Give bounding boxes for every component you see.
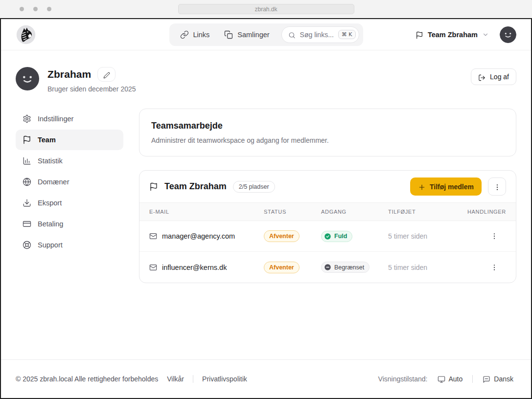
sidebar-item-label: Indstillinger — [38, 115, 73, 123]
member-email: influencer@kerns.dk — [162, 264, 227, 271]
sidebar-item-label: Team — [38, 136, 56, 144]
copyright-text: © 2025 zbrah.local Alle rettigheder forb… — [16, 375, 158, 383]
privacy-link[interactable]: Privatlivspolitik — [202, 375, 247, 383]
intro-card-description: Administrer dit teamworkspace og adgang … — [151, 136, 504, 144]
monitor-icon — [438, 375, 445, 383]
user-avatar[interactable] — [500, 26, 516, 43]
address-bar-url: zbrah.dk — [254, 6, 277, 13]
team-card-menu-button[interactable] — [488, 177, 506, 196]
col-header-status: STATUS — [264, 209, 321, 215]
kebab-menu-icon — [493, 183, 501, 191]
col-header-added: TILFØJET — [388, 209, 463, 215]
sidebar-nav: Indstillinger Team Statistik Domæner Eks… — [16, 109, 123, 255]
footer-left: © 2025 zbrah.local Alle rettigheder forb… — [16, 375, 247, 383]
logout-icon — [478, 73, 486, 81]
access-label: Fuld — [334, 233, 347, 240]
search-shortcut-badge: ⌘ K — [338, 30, 356, 39]
search-icon — [288, 31, 296, 38]
flag-icon — [149, 182, 158, 191]
content-area: Indstillinger Team Statistik Domæner Eks… — [1, 93, 531, 359]
team-card-title: Team Zbraham — [164, 181, 227, 192]
language-toggle[interactable]: Dansk — [480, 375, 516, 383]
window-minimize-dot — [33, 7, 38, 11]
access-badge: Fuld — [321, 231, 352, 242]
edit-profile-button[interactable] — [97, 67, 116, 82]
chat-bubble-icon — [483, 375, 490, 383]
access-badge: Begrænset — [321, 262, 370, 273]
globe-icon — [23, 177, 31, 186]
added-time: 5 timer siden — [388, 264, 463, 271]
team-switcher-label: Team Zbraham — [428, 31, 478, 39]
member-row: influencer@kerns.dk Afventer Begrænset 5… — [139, 252, 516, 283]
sidebar-item-settings[interactable]: Indstillinger — [16, 109, 123, 129]
members-table-header: E-MAIL STATUS ADGANG TILFØJET HANDLINGER — [139, 202, 516, 221]
pencil-icon — [103, 71, 110, 78]
team-card-header: Team Zbraham 2/5 pladser Tilføj medlem — [139, 171, 516, 202]
logout-button[interactable]: Log af — [471, 68, 516, 85]
flag-icon — [416, 31, 423, 39]
col-header-actions: HANDLINGER — [463, 209, 506, 215]
nav-collections-label: Samlinger — [237, 31, 269, 39]
footer-divider — [193, 375, 193, 383]
sidebar-item-billing[interactable]: Betaling — [16, 214, 123, 234]
browser-chrome: zbrah.dk — [0, 0, 532, 18]
display-mode-value: Auto — [449, 375, 463, 383]
member-row: manager@agency.com Afventer Fuld 5 timer… — [139, 221, 516, 252]
seats-badge: 2/5 pladser — [233, 181, 275, 193]
app-header: Links Samlinger Søg links... ⌘ K Team Zb… — [1, 19, 531, 50]
nav-collections-button[interactable]: Samlinger — [217, 26, 276, 43]
sidebar-item-statistics[interactable]: Statistik — [16, 151, 123, 171]
sidebar-item-team[interactable]: Team — [16, 130, 123, 150]
row-actions-menu-button[interactable] — [488, 230, 500, 242]
sidebar-item-domains[interactable]: Domæner — [16, 172, 123, 192]
life-buoy-icon — [23, 241, 31, 249]
screen: zbrah.dk Links — [0, 0, 532, 399]
address-bar[interactable]: zbrah.dk — [178, 4, 354, 14]
link-icon — [180, 30, 188, 39]
team-switcher[interactable]: Team Zbraham — [413, 30, 492, 39]
sidebar-item-label: Betaling — [38, 220, 63, 228]
sidebar-item-label: Statistik — [38, 157, 63, 165]
add-member-button[interactable]: Tilføj medlem — [410, 177, 482, 196]
profile-info: Zbraham Bruger siden december 2025 — [47, 67, 136, 93]
sidebar-item-support[interactable]: Support — [16, 235, 123, 255]
page-viewport: Links Samlinger Søg links... ⌘ K Team Zb… — [0, 18, 532, 399]
sidebar-item-label: Eksport — [38, 199, 62, 207]
chevron-down-icon — [482, 31, 489, 38]
member-email: manager@agency.com — [162, 232, 235, 240]
gear-icon — [23, 114, 31, 123]
status-badge: Afventer — [264, 262, 300, 273]
footer-divider — [472, 375, 473, 383]
sidebar-item-export[interactable]: Eksport — [16, 193, 123, 213]
display-mode-toggle[interactable]: Auto — [435, 375, 466, 383]
row-actions-menu-button[interactable] — [488, 262, 500, 273]
flag-icon — [23, 135, 31, 144]
profile-avatar — [16, 67, 39, 90]
email-cell: influencer@kerns.dk — [149, 264, 264, 271]
primary-nav: Links Samlinger Søg links... ⌘ K — [169, 23, 363, 46]
profile-section: Zbraham Bruger siden december 2025 Log a… — [1, 50, 531, 93]
access-label: Begrænset — [334, 264, 364, 271]
add-member-label: Tilføj medlem — [430, 183, 474, 191]
display-mode-label: Visningstilstand: — [378, 375, 428, 383]
check-circle-icon — [324, 233, 331, 240]
terms-link[interactable]: Vilkår — [167, 375, 184, 383]
search-placeholder: Søg links... — [300, 31, 334, 39]
added-time: 5 timer siden — [388, 232, 463, 240]
nav-links-button[interactable]: Links — [173, 26, 216, 43]
window-maximize-dot — [47, 7, 51, 11]
window-close-dot — [20, 7, 24, 11]
plus-icon — [418, 183, 426, 191]
zebra-logo[interactable] — [16, 24, 36, 45]
col-header-email: E-MAIL — [149, 209, 264, 215]
logout-label: Log af — [490, 73, 509, 81]
search-input[interactable]: Søg links... ⌘ K — [281, 26, 359, 43]
main-column: Teamsamarbejde Administrer dit teamworks… — [139, 109, 516, 283]
team-intro-card: Teamsamarbejde Administrer dit teamworks… — [139, 109, 516, 156]
header-right: Team Zbraham — [413, 26, 516, 43]
nav-links-label: Links — [193, 31, 209, 39]
sidebar-item-label: Domæner — [38, 178, 69, 186]
status-badge: Afventer — [264, 230, 300, 242]
email-cell: manager@agency.com — [149, 232, 264, 240]
mail-icon — [149, 232, 157, 240]
